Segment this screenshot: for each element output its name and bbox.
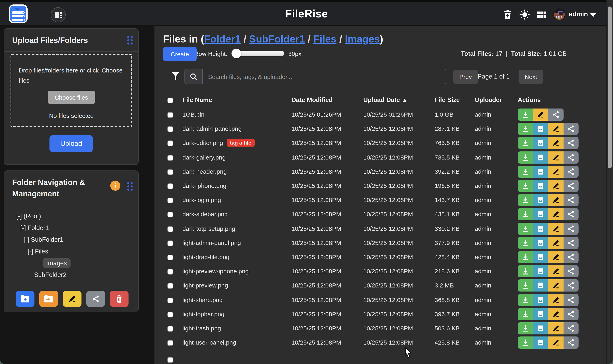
tree-node-folder1[interactable]: [-] Folder1 <box>4 222 138 234</box>
row-checkbox[interactable] <box>167 340 173 346</box>
download-button[interactable] <box>518 237 533 249</box>
next-page-button[interactable]: Next <box>518 70 543 84</box>
rename-folder-button[interactable] <box>63 291 82 307</box>
user-name[interactable]: admin <box>569 11 588 18</box>
row-height-slider[interactable] <box>232 51 284 56</box>
row-checkbox[interactable] <box>167 183 173 189</box>
breadcrumb-link-files[interactable]: Files <box>313 33 336 45</box>
preview-button[interactable] <box>533 123 548 135</box>
edit-button[interactable] <box>548 265 563 277</box>
preview-button[interactable] <box>533 337 548 349</box>
preview-button[interactable] <box>533 137 548 149</box>
share-folder-button[interactable] <box>86 291 105 307</box>
share-button[interactable] <box>563 137 579 149</box>
row-checkbox[interactable] <box>167 297 173 303</box>
move-folder-button[interactable] <box>39 291 58 307</box>
tree-node-label[interactable]: SubFolder1 <box>31 236 63 243</box>
breadcrumb-link-subfolder1[interactable]: SubFolder1 <box>249 33 305 45</box>
preview-button[interactable] <box>533 308 548 320</box>
download-button[interactable] <box>518 308 533 320</box>
file-name[interactable]: dark-editor.pngtag a file <box>182 140 255 147</box>
table-row[interactable]: 1GB.bin10/25/25 01:26PM10/25/25 01:26PM1… <box>154 108 606 122</box>
preview-button[interactable] <box>533 251 548 263</box>
table-row[interactable]: light-topbar.png10/25/25 12:08PM10/25/25… <box>154 307 606 322</box>
partial-row-checkbox[interactable] <box>167 357 173 363</box>
download-button[interactable] <box>518 137 533 149</box>
column-file-size[interactable]: File Size <box>435 96 460 104</box>
preview-button[interactable] <box>533 265 548 277</box>
share-button[interactable] <box>563 194 579 206</box>
tree-node-subfolder1[interactable]: [-] SubFolder1 <box>4 234 138 245</box>
table-row[interactable]: dark-gallery.png10/25/25 12:08PM10/25/25… <box>154 150 606 165</box>
table-row[interactable]: light-preview-iphone.png10/25/25 12:08PM… <box>154 264 606 279</box>
theme-sun-icon[interactable] <box>519 9 530 20</box>
preview-button[interactable] <box>533 294 548 306</box>
download-button[interactable] <box>518 265 533 277</box>
trash-restore-icon[interactable] <box>502 9 513 20</box>
preview-button[interactable] <box>533 237 548 249</box>
drag-handle-icon[interactable] <box>127 36 133 45</box>
download-button[interactable] <box>518 208 533 221</box>
table-row[interactable]: dark-sidebar.png10/25/25 12:08PM10/25/25… <box>154 208 606 222</box>
tree-node-label[interactable]: Folder1 <box>28 224 49 231</box>
download-button[interactable] <box>518 322 533 334</box>
download-button[interactable] <box>518 108 533 121</box>
column-file-name[interactable]: File Name <box>182 96 212 104</box>
tree-node-label[interactable]: SubFolder2 <box>34 271 67 278</box>
file-name[interactable]: dark-admin-panel.png <box>182 125 242 132</box>
table-row[interactable]: light-trash.png10/25/25 12:08PM10/25/25 … <box>154 322 606 336</box>
row-checkbox[interactable] <box>167 212 173 218</box>
edit-button[interactable] <box>548 337 563 349</box>
edit-button[interactable] <box>548 137 563 149</box>
file-name[interactable]: light-share.png <box>182 296 223 303</box>
column-date-modified[interactable]: Date Modified <box>292 96 333 104</box>
preview-button[interactable] <box>533 151 548 163</box>
breadcrumb-link-images[interactable]: Images <box>345 33 380 45</box>
table-row[interactable]: dark-header.png10/25/25 12:08PM10/25/25 … <box>154 165 606 179</box>
edit-button[interactable] <box>548 237 563 249</box>
share-button[interactable] <box>563 322 579 334</box>
file-name[interactable]: dark-iphone.png <box>182 182 226 189</box>
row-checkbox[interactable] <box>167 226 173 232</box>
avatar[interactable] <box>553 9 565 20</box>
drag-handle-icon[interactable] <box>127 182 133 191</box>
table-row[interactable]: dark-login.png10/25/25 12:08PM10/25/25 1… <box>154 193 606 207</box>
tree-node-images[interactable]: Images <box>4 257 138 269</box>
file-name[interactable]: light-topbar.png <box>182 311 224 317</box>
breadcrumb-link-folder1[interactable]: Folder1 <box>204 33 241 45</box>
table-row[interactable]: dark-iphone.png10/25/25 12:08PM10/25/25 … <box>154 179 606 193</box>
row-checkbox[interactable] <box>167 126 173 132</box>
collapse-toggle[interactable]: [-] <box>16 213 24 220</box>
slider-knob[interactable] <box>232 49 241 58</box>
share-button[interactable] <box>563 222 579 235</box>
row-checkbox[interactable] <box>167 141 173 146</box>
preview-button[interactable] <box>533 194 548 206</box>
download-button[interactable] <box>518 280 533 292</box>
edit-button[interactable] <box>548 322 563 334</box>
scrollbar[interactable] <box>606 0 613 364</box>
file-name[interactable]: light-preview-iphone.png <box>182 268 249 274</box>
delete-folder-button[interactable] <box>110 291 128 307</box>
edit-button[interactable] <box>548 280 563 292</box>
table-row[interactable]: light-preview.png10/25/25 12:08PM10/25/2… <box>154 279 606 293</box>
file-name[interactable]: light-admin-panel.png <box>182 239 241 246</box>
prev-page-button[interactable]: Prev <box>453 70 478 84</box>
grid-view-icon[interactable] <box>536 9 547 20</box>
preview-button[interactable] <box>533 222 548 235</box>
collapse-toggle[interactable]: [-] <box>28 248 35 255</box>
preview-button[interactable] <box>533 180 548 192</box>
table-row[interactable]: dark-totp-setup.png10/25/25 12:08PM10/25… <box>154 222 606 236</box>
table-row[interactable]: dark-admin-panel.png10/25/25 12:08PM10/2… <box>154 122 606 136</box>
edit-button[interactable] <box>548 208 563 221</box>
table-row[interactable]: light-share.png10/25/25 12:08PM10/25/25 … <box>154 293 606 307</box>
file-name[interactable]: dark-gallery.png <box>182 154 226 161</box>
share-button[interactable] <box>563 123 579 135</box>
file-name[interactable]: dark-sidebar.png <box>182 211 228 218</box>
preview-button[interactable] <box>533 166 548 178</box>
row-checkbox[interactable] <box>167 198 173 203</box>
table-row[interactable]: light-admin-panel.png10/25/25 12:08PM10/… <box>154 236 606 250</box>
download-button[interactable] <box>518 166 533 178</box>
tree-node-root[interactable]: [-] (Root) <box>4 210 138 222</box>
file-name[interactable]: light-drag-file.png <box>182 253 229 260</box>
table-row[interactable]: dark-editor.pngtag a file10/25/25 12:08P… <box>154 136 606 150</box>
